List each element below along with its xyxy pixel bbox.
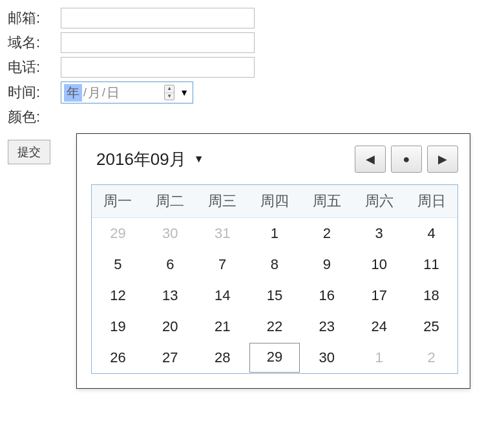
triangle-left-icon: ◀: [366, 152, 375, 166]
day-cell[interactable]: 8: [249, 249, 301, 280]
date-year-placeholder[interactable]: 年: [64, 84, 82, 102]
email-field[interactable]: [61, 8, 255, 28]
date-input[interactable]: 年 / 月 / 日 ▲ ▼ ▼: [61, 82, 193, 104]
today-button[interactable]: ●: [391, 146, 422, 173]
day-cell[interactable]: 31: [196, 218, 249, 249]
datepicker-header: 2016年09月 ▼ ◀ ● ▶: [91, 146, 458, 173]
weekday-label: 周四: [249, 185, 301, 217]
day-cell[interactable]: 29: [92, 218, 144, 249]
domain-field[interactable]: [61, 32, 255, 53]
day-cell[interactable]: 4: [405, 218, 457, 249]
prev-month-button[interactable]: ◀: [355, 146, 386, 173]
time-label: 时间:: [8, 83, 61, 102]
day-cell[interactable]: 23: [300, 311, 353, 342]
date-separator: /: [102, 86, 105, 100]
weekday-label: 周日: [405, 185, 457, 217]
day-cell[interactable]: 17: [353, 280, 405, 311]
date-day-placeholder[interactable]: 日: [107, 84, 120, 102]
weekday-label: 周五: [300, 185, 353, 217]
day-cell[interactable]: 24: [353, 311, 405, 342]
day-cell[interactable]: 21: [196, 311, 249, 342]
phone-field[interactable]: [61, 57, 255, 78]
datepicker-month-selector[interactable]: 2016年09月 ▼: [91, 148, 204, 171]
datepicker-nav: ◀ ● ▶: [355, 146, 458, 173]
datepicker-title: 2016年09月: [96, 148, 186, 171]
weekday-label: 周二: [144, 185, 196, 217]
phone-label: 电话:: [8, 58, 61, 77]
next-month-button[interactable]: ▶: [427, 146, 458, 173]
day-cell[interactable]: 9: [300, 249, 353, 280]
email-label: 邮箱:: [8, 8, 61, 28]
day-cell[interactable]: 3: [353, 218, 405, 249]
day-cell[interactable]: 30: [144, 218, 196, 249]
chevron-down-icon: ▼: [194, 153, 204, 165]
phone-row: 电话:: [8, 57, 504, 78]
day-cell[interactable]: 30: [300, 342, 353, 373]
day-cell[interactable]: 27: [144, 342, 196, 373]
day-cell[interactable]: 18: [405, 280, 457, 311]
day-cell[interactable]: 10: [353, 249, 405, 280]
color-row: 颜色:: [8, 107, 504, 127]
time-row: 时间: 年 / 月 / 日 ▲ ▼ ▼: [8, 82, 504, 104]
domain-label: 域名:: [8, 33, 61, 52]
day-cell[interactable]: 1: [353, 342, 405, 373]
weekday-label: 周三: [196, 185, 249, 217]
date-separator: /: [83, 86, 87, 100]
day-cell[interactable]: 19: [92, 311, 144, 342]
day-cell[interactable]: 25: [405, 311, 457, 342]
day-cell[interactable]: 11: [405, 249, 457, 280]
day-cell[interactable]: 28: [196, 342, 249, 373]
color-label: 颜色:: [8, 107, 61, 127]
day-cell[interactable]: 12: [92, 280, 144, 311]
weekday-label: 周六: [353, 185, 405, 217]
day-cell[interactable]: 16: [300, 280, 353, 311]
domain-row: 域名:: [8, 32, 504, 53]
day-grid: 2930311234567891011121314151617181920212…: [92, 218, 457, 373]
day-cell[interactable]: 6: [144, 249, 196, 280]
weekday-label: 周一: [92, 185, 144, 217]
day-cell[interactable]: 1: [249, 218, 301, 249]
day-cell[interactable]: 5: [92, 249, 144, 280]
datepicker-popup: 2016年09月 ▼ ◀ ● ▶ 周一周二周三周四周五周六周日 29303112…: [76, 133, 470, 389]
day-cell[interactable]: 7: [196, 249, 249, 280]
day-cell[interactable]: 22: [249, 311, 301, 342]
weekday-header: 周一周二周三周四周五周六周日: [92, 185, 457, 218]
day-cell[interactable]: 2: [300, 218, 353, 249]
day-cell[interactable]: 20: [144, 311, 196, 342]
datepicker-grid: 周一周二周三周四周五周六周日 2930311234567891011121314…: [91, 184, 458, 374]
spinner-down-icon[interactable]: ▼: [165, 93, 174, 100]
date-month-placeholder[interactable]: 月: [88, 84, 101, 102]
submit-button[interactable]: 提交: [8, 140, 50, 164]
day-cell[interactable]: 29: [249, 343, 300, 373]
date-spinner[interactable]: ▲ ▼: [164, 85, 174, 100]
spinner-up-icon[interactable]: ▲: [165, 85, 174, 93]
day-cell[interactable]: 14: [196, 280, 249, 311]
day-cell[interactable]: 26: [92, 342, 144, 373]
chevron-down-icon[interactable]: ▼: [180, 87, 189, 98]
day-cell[interactable]: 13: [144, 280, 196, 311]
day-cell[interactable]: 15: [249, 280, 301, 311]
email-row: 邮箱:: [8, 8, 504, 28]
triangle-right-icon: ▶: [438, 152, 447, 166]
circle-icon: ●: [403, 153, 410, 166]
day-cell[interactable]: 2: [405, 342, 457, 373]
